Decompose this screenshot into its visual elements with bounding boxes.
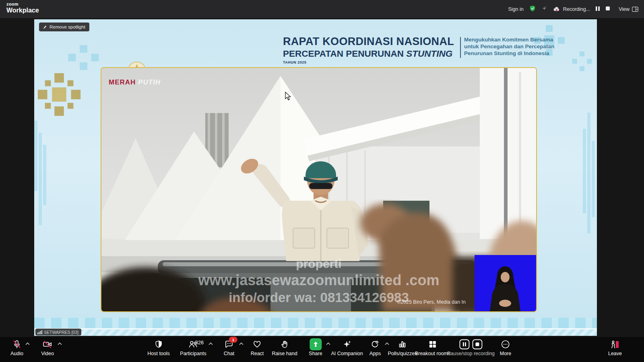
stop-recording-icon[interactable] <box>605 6 610 12</box>
batik-ornament-blue-3 <box>570 51 594 76</box>
chat-button[interactable]: 1 Chat <box>224 339 234 356</box>
more-label: More <box>500 351 511 356</box>
watermark-line3: info/order wa: 081334126983 <box>229 290 409 305</box>
chat-unread-badge: 1 <box>229 337 237 343</box>
ai-companion-status-icon[interactable] <box>541 5 548 13</box>
spotlight-video-tile: Remove spotlight KEMENTERIAN SEKRETARIAT… <box>34 19 597 336</box>
chat-label: Chat <box>224 351 234 356</box>
participants-count: 326 <box>195 340 204 346</box>
sign-language-interpreter-box <box>475 255 536 311</box>
merah-text: MERAH <box>109 78 136 86</box>
video-button[interactable]: Video <box>41 339 54 356</box>
more-ellipsis-icon <box>501 339 510 350</box>
breakout-rooms-label: Breakout rooms <box>415 351 450 356</box>
recording-label: Recording... <box>563 6 590 12</box>
stop-recording-control-icon[interactable] <box>472 339 483 350</box>
chat-icon: 1 <box>224 339 234 350</box>
pause-recording-icon[interactable] <box>595 6 600 12</box>
host-tools-label: Host tools <box>147 351 170 356</box>
video-label: Video <box>41 351 54 356</box>
batik-ornament-blue-1 <box>64 45 103 72</box>
leave-door-icon <box>610 339 620 350</box>
tagline-line3: Penurunan Stunting di Indonesia <box>464 50 554 57</box>
watermark-line1: properti <box>296 257 341 270</box>
brand-zoom: zoom <box>6 2 39 6</box>
pin-icon <box>42 25 47 29</box>
apps-label: Apps <box>369 351 381 356</box>
participants-label: Participants <box>180 351 206 356</box>
raise-hand-icon <box>280 339 289 350</box>
participants-menu-chevron[interactable] <box>208 342 213 345</box>
polls-label: Polls/quizzes <box>388 351 417 356</box>
raise-hand-label: Raise hand <box>272 351 297 356</box>
remove-spotlight-label: Remove spotlight <box>50 25 85 29</box>
ai-companion-label: AI Companion <box>331 351 363 356</box>
connection-quality-icon <box>37 330 42 334</box>
remove-spotlight-button[interactable]: Remove spotlight <box>39 23 89 31</box>
ai-companion-button[interactable]: AI Companion <box>331 339 363 356</box>
merah-putih-logo: MERAH PUTIH <box>109 78 161 86</box>
camera-off-icon <box>42 339 53 350</box>
zoom-workplace-logo: zoom Workplace <box>6 2 39 14</box>
react-button[interactable]: React <box>251 339 264 356</box>
video-menu-chevron[interactable] <box>58 342 62 345</box>
audio-label: Audio <box>10 351 23 356</box>
brand-workplace: Workplace <box>6 7 39 14</box>
top-bar: zoom Workplace Sign in Recording... View <box>0 0 644 18</box>
sign-in-button[interactable]: Sign in <box>508 6 523 12</box>
breakout-rooms-button[interactable]: Breakout rooms <box>415 339 450 356</box>
share-screen-icon <box>310 338 322 350</box>
pause-recording-control-icon[interactable] <box>459 339 470 350</box>
polls-button[interactable]: Polls/quizzes <box>388 339 417 356</box>
participants-icon: 326 <box>184 339 202 350</box>
heart-react-icon <box>252 339 262 350</box>
participant-name-label: SETWAPRES [03] <box>35 329 81 335</box>
tagline-line1: Mengukuhkan Komitmen Bersama <box>464 36 554 43</box>
leave-button[interactable]: Leave <box>608 339 622 356</box>
event-year: TAHUN 2025 <box>283 60 454 64</box>
batik-ornament-gold <box>35 71 83 120</box>
pause-stop-recording-label: Pause/stop recording <box>447 351 495 356</box>
recording-indicator: Recording... <box>553 6 590 12</box>
more-button[interactable]: More <box>500 339 511 356</box>
share-label: Share <box>309 351 322 356</box>
view-label: View <box>619 6 630 12</box>
encryption-shield-icon[interactable] <box>529 5 536 13</box>
ai-companion-icon <box>342 339 352 350</box>
audio-button[interactable]: Audio <box>10 339 23 356</box>
view-layout-icon <box>632 6 638 12</box>
host-tools-shield-icon <box>154 339 163 350</box>
event-photo: properti www.jasasewazoomunlimited .com … <box>101 68 536 311</box>
event-tagline: Mengukuhkan Komitmen Bersama untuk Pence… <box>464 36 554 57</box>
microphone-muted-icon <box>12 339 22 350</box>
apps-icon <box>370 339 380 350</box>
event-subtitle-stunting: STUNTING <box>406 49 452 59</box>
event-subtitle: PERCEPATAN PENURUNAN STUNTING <box>283 49 454 59</box>
participant-name-text: SETWAPRES [03] <box>44 330 78 335</box>
title-divider <box>460 37 461 58</box>
share-button[interactable]: Share <box>309 339 322 356</box>
photo-frame: properti www.jasasewazoomunlimited .com … <box>101 67 537 312</box>
share-menu-chevron[interactable] <box>326 342 330 345</box>
host-tools-button[interactable]: Host tools <box>147 339 170 356</box>
chat-menu-chevron[interactable] <box>239 342 244 345</box>
watermark-line2: www.jasasewazoomunlimited .com <box>198 272 440 288</box>
event-title-block: RAPAT KOORDINASI NASIONAL PERCEPATAN PEN… <box>283 35 454 64</box>
raise-hand-button[interactable]: Raise hand <box>272 339 297 356</box>
view-button[interactable]: View <box>619 6 638 12</box>
apps-button[interactable]: Apps <box>369 339 381 356</box>
poster-pixel-band <box>34 318 597 328</box>
pause-stop-recording-button[interactable]: Pause/stop recording <box>447 339 495 356</box>
zoom-meeting-window: zoom Workplace Sign in Recording... View <box>0 0 644 362</box>
putih-text: PUTIH <box>138 78 161 86</box>
polls-bars-icon <box>398 339 407 350</box>
photo-credit: ©2025 Biro Pers, Media dan In <box>397 299 466 305</box>
meeting-toolbar: Audio Video Host tools 326 Participants <box>0 337 644 362</box>
interpreter-figure <box>475 255 536 311</box>
event-title: RAPAT KOORDINASI NASIONAL <box>283 35 454 48</box>
react-label: React <box>251 351 264 356</box>
audio-menu-chevron[interactable] <box>25 342 30 345</box>
cloud-recording-icon <box>553 6 561 12</box>
participants-button[interactable]: 326 Participants <box>180 339 206 356</box>
leave-label: Leave <box>608 351 622 356</box>
